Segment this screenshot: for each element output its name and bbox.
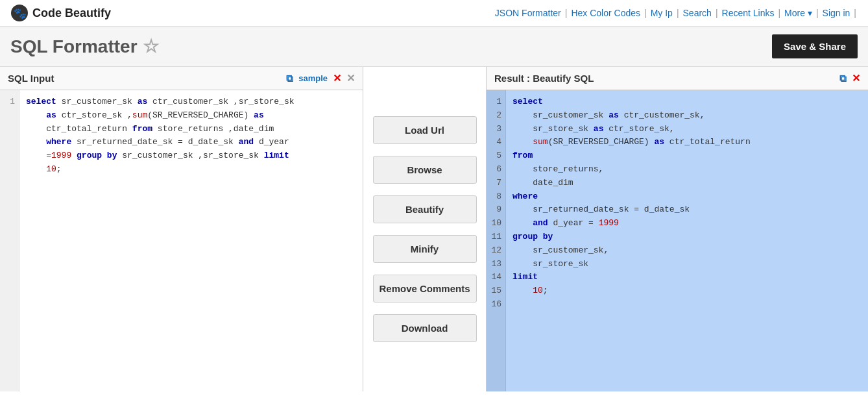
nav-hex-color[interactable]: Hex Color Codes xyxy=(571,8,640,18)
right-panel-title: Result : Beautify SQL xyxy=(494,73,594,84)
left-panel: SQL Input ⧉ sample ✕ ✕ 1 select sr_custo… xyxy=(0,67,363,391)
nav-sep-1: | xyxy=(565,8,568,18)
nav-json-formatter[interactable]: JSON Formatter xyxy=(495,8,561,18)
star-icon[interactable]: ☆ xyxy=(143,36,159,57)
output-line-numbers: 1 2 3 4 5 6 7 8 9 10 11 12 13 14 15 16 xyxy=(487,90,506,391)
logo-text: Code Beautify xyxy=(32,6,111,20)
sql-input-content[interactable]: select sr_customer_sk as ctr_customer_sk… xyxy=(19,90,363,391)
nav-sep-2: | xyxy=(644,8,647,18)
sample-link[interactable]: sample xyxy=(298,73,328,83)
result-copy-icon[interactable]: ⧉ xyxy=(839,73,847,84)
logo-icon: 🐾 xyxy=(10,4,29,22)
input-line-numbers: 1 xyxy=(0,90,19,391)
nav-search[interactable]: Search xyxy=(683,8,712,18)
left-panel-actions: ⧉ sample ✕ ✕ xyxy=(286,72,355,84)
minify-button[interactable]: Minify xyxy=(373,235,477,263)
left-panel-title: SQL Input xyxy=(8,73,54,84)
main-layout: SQL Input ⧉ sample ✕ ✕ 1 select sr_custo… xyxy=(0,67,868,391)
download-button[interactable]: Download xyxy=(373,314,477,342)
expand-icon[interactable]: ✕ xyxy=(346,72,355,84)
nav-more-label: More ▾ xyxy=(784,8,812,18)
right-panel: Result : Beautify SQL ⧉ ✕ 1 2 3 4 5 6 7 … xyxy=(487,67,868,391)
nav-links: JSON Formatter | Hex Color Codes | My Ip… xyxy=(495,8,858,18)
nav-sep-6: | xyxy=(816,8,819,18)
right-panel-actions: ⧉ ✕ xyxy=(839,72,860,84)
nav-sign-in[interactable]: Sign in xyxy=(823,8,850,18)
title-text: SQL Formatter xyxy=(10,36,138,57)
right-panel-header: Result : Beautify SQL ⧉ ✕ xyxy=(487,67,868,90)
page-title: SQL Formatter ☆ xyxy=(10,36,159,57)
clear-icon[interactable]: ✕ xyxy=(333,72,341,84)
nav-sep-7: | xyxy=(854,8,856,18)
nav-sep-3: | xyxy=(677,8,679,18)
browse-button[interactable]: Browse xyxy=(373,156,477,184)
sql-output-content: select sr_customer_sk as ctr_customer_sk… xyxy=(506,90,868,391)
nav-recent-links[interactable]: Recent Links xyxy=(722,8,775,18)
middle-panel: Load Url Browse Beautify Minify Remove C… xyxy=(363,67,487,391)
sql-input-area[interactable]: 1 select sr_customer_sk as ctr_customer_… xyxy=(0,90,363,391)
sql-output-area: 1 2 3 4 5 6 7 8 9 10 11 12 13 14 15 16 s… xyxy=(487,90,868,391)
svg-text:🐾: 🐾 xyxy=(14,7,27,19)
nav-sep-4: | xyxy=(716,8,718,18)
nav-sep-5: | xyxy=(778,8,780,18)
logo-area: 🐾 Code Beautify xyxy=(10,4,111,22)
save-share-button[interactable]: Save & Share xyxy=(772,34,858,58)
header: 🐾 Code Beautify JSON Formatter | Hex Col… xyxy=(0,0,868,27)
load-url-button[interactable]: Load Url xyxy=(373,116,477,144)
title-bar: SQL Formatter ☆ Save & Share xyxy=(0,27,868,67)
result-clear-icon[interactable]: ✕ xyxy=(852,72,860,84)
left-panel-header: SQL Input ⧉ sample ✕ ✕ xyxy=(0,67,363,90)
nav-more[interactable]: More ▾ xyxy=(784,8,812,18)
nav-my-ip[interactable]: My Ip xyxy=(651,8,673,18)
beautify-button[interactable]: Beautify xyxy=(373,195,477,223)
copy-icon[interactable]: ⧉ xyxy=(286,73,293,84)
remove-comments-button[interactable]: Remove Comments xyxy=(373,275,477,303)
